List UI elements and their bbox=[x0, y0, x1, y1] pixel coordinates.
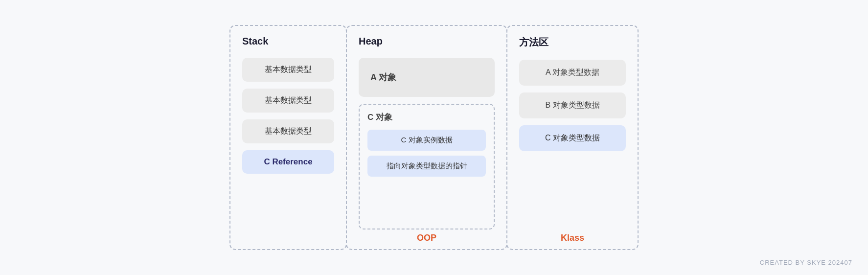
stack-card-3: 基本数据类型 bbox=[242, 119, 334, 143]
diagram: Stack 基本数据类型 基本数据类型 基本数据类型 C Reference H… bbox=[229, 25, 639, 250]
a-type-card: A 对象类型数据 bbox=[519, 60, 626, 86]
watermark: CREATED BY SKYE 202407 bbox=[760, 259, 852, 266]
methods-label: Klass bbox=[561, 233, 584, 243]
stack-cards: 基本数据类型 基本数据类型 基本数据类型 C Reference bbox=[242, 58, 334, 174]
pointer-card: 指向对象类型数据的指针 bbox=[367, 156, 486, 177]
c-instance-card: C 对象实例数据 bbox=[367, 130, 486, 151]
c-object-container: C 对象 C 对象实例数据 指向对象类型数据的指针 bbox=[359, 104, 495, 229]
heap-title: Heap bbox=[359, 36, 495, 47]
methods-inner: A 对象类型数据 B 对象类型数据 C 对象类型数据 bbox=[519, 60, 626, 229]
b-type-card: B 对象类型数据 bbox=[519, 92, 626, 118]
heap-label: OOP bbox=[417, 233, 436, 243]
stack-card-1: 基本数据类型 bbox=[242, 58, 334, 82]
stack-card-2: 基本数据类型 bbox=[242, 89, 334, 113]
stack-title: Stack bbox=[242, 36, 334, 47]
c-type-card: C 对象类型数据 bbox=[519, 125, 626, 151]
heap-zone: Heap A 对象 C 对象 C 对象实例数据 指向对象类型数据的指针 OOP bbox=[346, 25, 507, 250]
heap-inner: A 对象 C 对象 C 对象实例数据 指向对象类型数据的指针 bbox=[359, 58, 495, 229]
stack-zone: Stack 基本数据类型 基本数据类型 基本数据类型 C Reference bbox=[229, 25, 347, 250]
a-object-card: A 对象 bbox=[359, 58, 495, 97]
c-reference-card: C Reference bbox=[242, 150, 334, 174]
methods-title: 方法区 bbox=[519, 36, 626, 49]
methods-zone: 方法区 A 对象类型数据 B 对象类型数据 C 对象类型数据 Klass bbox=[506, 25, 639, 250]
c-object-title: C 对象 bbox=[367, 112, 486, 123]
